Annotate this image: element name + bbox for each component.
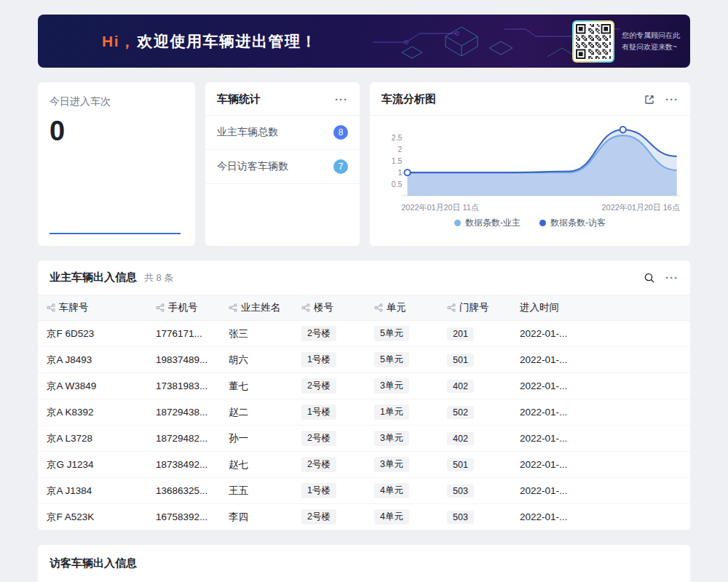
- table-cell: 京A J1384: [38, 478, 147, 504]
- tag-pill: 2号楼: [301, 431, 336, 446]
- table-cell: 2号楼: [293, 452, 365, 478]
- table-cell: 京G J1234: [38, 452, 147, 478]
- accent-underline: [50, 233, 181, 234]
- table-cell: 5单元: [365, 347, 438, 373]
- export-icon[interactable]: [644, 94, 655, 105]
- table-cell: 4单元: [365, 478, 438, 504]
- table-cell: 2022-01-...: [511, 452, 584, 478]
- table-cell: 2号楼: [293, 321, 365, 347]
- column-header-label: 单元: [387, 302, 406, 313]
- table-cell: 王五: [220, 478, 293, 504]
- table-cell: 13686325...: [147, 478, 220, 504]
- table-row[interactable]: 京A L372818729482...孙一2号楼3单元4022022-01-..…: [38, 426, 690, 452]
- search-icon[interactable]: [644, 272, 655, 284]
- table-row[interactable]: 京A K839218729438...赵二1号楼1单元5022022-01-..…: [38, 399, 690, 426]
- more-menu-icon[interactable]: ···: [665, 272, 678, 283]
- table-row[interactable]: 京A J849319837489...胡六1号楼5单元5012022-01-..…: [38, 347, 690, 373]
- table-cell: 2022-01-...: [511, 426, 584, 452]
- table-cell: 201: [438, 321, 511, 347]
- table-cell: 2022-01-...: [511, 321, 584, 347]
- svg-text:0.5: 0.5: [392, 180, 403, 188]
- column-header[interactable]: 车牌号: [38, 295, 147, 321]
- welcome-banner: Hi，欢迎使用车辆进出管理！ 您的专属顾问在此 有疑问欢迎来数~: [38, 15, 690, 68]
- table-row[interactable]: 京A W384917381983...董七2号楼3单元4022022-01-..…: [38, 373, 690, 399]
- tag-pill: 2号楼: [301, 326, 336, 341]
- table-row[interactable]: 京A J138413686325...王五1号楼4单元5032022-01-..…: [38, 478, 690, 504]
- table-cell: 2号楼: [293, 373, 365, 399]
- tag-pill: 501: [447, 354, 474, 367]
- traffic-line-chart: 0.511.522.52022年01月20日 11点2022年01月20日 16…: [377, 119, 683, 215]
- svg-text:2022年01月20日 16点: 2022年01月20日 16点: [602, 203, 680, 212]
- table-cell: 京A K8392: [38, 399, 147, 426]
- legend-label: 数据条数-访客: [550, 217, 606, 229]
- legend-dot: [454, 220, 461, 226]
- column-header[interactable]: 进入时间: [511, 295, 584, 321]
- owner-vehicles-card: 业主车辆出入信息 共 8 条 ··· 车牌号手机号业主姓名楼号单元门牌号进入时间…: [38, 260, 690, 530]
- field-type-icon: [47, 303, 55, 312]
- column-header[interactable]: 门牌号: [438, 295, 511, 321]
- table-cell: 李四: [220, 504, 293, 530]
- legend-label: 数据条数-业主: [465, 217, 521, 229]
- svg-text:1: 1: [398, 169, 403, 177]
- column-header-label: 业主姓名: [241, 302, 280, 313]
- column-header[interactable]: 楼号: [293, 295, 365, 321]
- legend-item[interactable]: 数据条数-业主: [454, 217, 521, 229]
- legend-item[interactable]: 数据条数-访客: [539, 217, 606, 229]
- svg-text:2022年01月20日 11点: 2022年01月20日 11点: [401, 203, 479, 212]
- banner-greeting-hi: Hi，: [102, 33, 136, 49]
- tag-pill: 3单元: [374, 431, 409, 446]
- tag-pill: 1号楼: [301, 352, 336, 367]
- owner-table-title: 业主车辆出入信息: [50, 271, 137, 284]
- table-row[interactable]: 京G J123418738492...赵七2号楼3单元5012022-01-..…: [38, 452, 690, 478]
- column-header[interactable]: 业主姓名: [220, 295, 293, 321]
- table-cell: 503: [438, 478, 511, 504]
- table-row[interactable]: 京F 6D5231776171...张三2号楼5单元2012022-01-...: [38, 321, 690, 347]
- table-cell: 18738492...: [147, 452, 220, 478]
- table-cell: 18729482...: [147, 426, 220, 452]
- column-header-label: 车牌号: [59, 302, 89, 313]
- table-cell: 1单元: [365, 399, 438, 426]
- traffic-chart-body: 0.511.522.52022年01月20日 11点2022年01月20日 16…: [370, 119, 690, 229]
- qr-caption: 您的专属顾问在此 有疑问欢迎来数~: [622, 30, 680, 53]
- tag-pill: 2号楼: [301, 457, 336, 472]
- column-header[interactable]: 手机号: [147, 295, 220, 321]
- table-cell: [584, 504, 690, 530]
- table-cell: 2022-01-...: [511, 347, 584, 373]
- table-cell: 2022-01-...: [511, 478, 584, 504]
- tag-pill: 3单元: [374, 457, 409, 472]
- table-cell: 孙一: [220, 426, 293, 452]
- table-cell: 501: [438, 452, 511, 478]
- more-menu-icon[interactable]: ···: [665, 94, 678, 105]
- more-menu-icon[interactable]: ···: [335, 94, 348, 105]
- table-cell: 5单元: [365, 321, 438, 347]
- tag-pill: 1号楼: [301, 404, 336, 420]
- table-cell: 501: [438, 347, 511, 373]
- tag-pill: 503: [447, 511, 474, 524]
- owner-vehicles-table: 车牌号手机号业主姓名楼号单元门牌号进入时间 京F 6D5231776171...…: [38, 295, 690, 530]
- table-cell: 2022-01-...: [511, 399, 584, 426]
- column-header[interactable]: 单元: [365, 295, 438, 321]
- tag-pill: 4单元: [374, 483, 409, 498]
- table-cell: 502: [438, 399, 511, 426]
- tag-pill: 501: [447, 458, 474, 471]
- legend-dot: [539, 220, 546, 226]
- table-cell: 京A L3728: [38, 426, 147, 452]
- table-cell: 胡六: [220, 347, 293, 373]
- table-cell: 2号楼: [293, 426, 365, 452]
- column-header-label: 门牌号: [459, 302, 489, 313]
- vehicle-stats-body: 业主车辆总数8今日访客车辆数7: [205, 116, 360, 184]
- table-cell: 张三: [220, 321, 293, 347]
- table-body: 京F 6D5231776171...张三2号楼5单元2012022-01-...…: [38, 321, 690, 530]
- table-row[interactable]: 京F A523K16758392...李四2号楼4单元5032022-01-..…: [38, 504, 690, 530]
- field-type-icon: [301, 303, 310, 312]
- traffic-chart-header: 车流分析图 ···: [370, 82, 690, 116]
- table-cell: [584, 426, 690, 452]
- table-cell: 2022-01-...: [511, 504, 584, 530]
- table-cell: 3单元: [365, 426, 438, 452]
- dashboard-page: Hi，欢迎使用车辆进出管理！ 您的专属顾问在此 有疑问欢迎来数~ 今日进入车次 …: [0, 0, 728, 582]
- table-cell: 18729438...: [147, 399, 220, 426]
- table-cell: 2号楼: [293, 504, 365, 530]
- table-cell: 1号楼: [293, 399, 365, 426]
- tag-pill: 5单元: [374, 352, 409, 367]
- tag-pill: 2号楼: [301, 509, 336, 525]
